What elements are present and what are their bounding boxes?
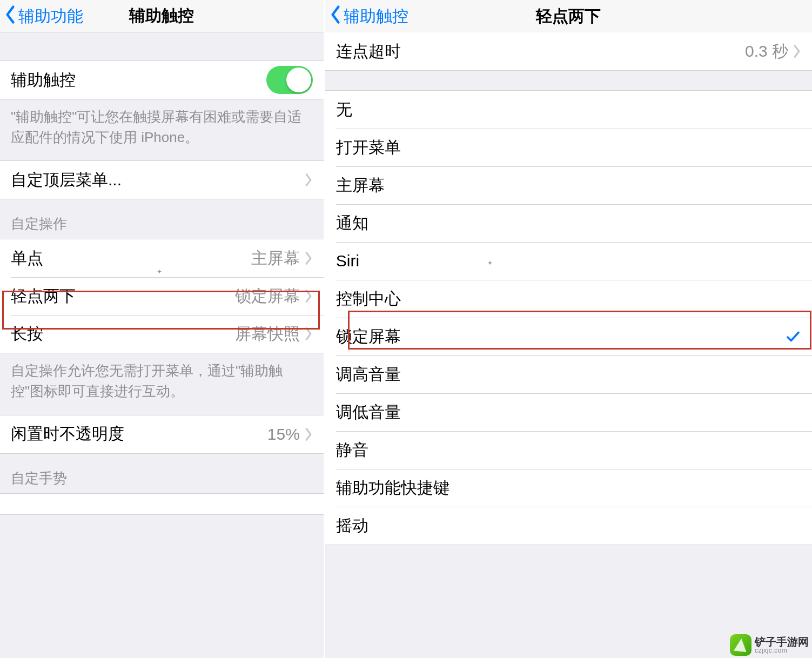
- artifact-dot: ✦: [157, 268, 163, 274]
- chevron-right-icon: [793, 44, 801, 58]
- custom-actions-group: 单点 主屏幕 轻点两下 锁定屏幕 长按 屏幕快照: [0, 239, 324, 353]
- double-tap-option-row[interactable]: 辅助功能快捷键: [325, 469, 812, 507]
- option-label: Siri: [336, 252, 359, 270]
- double-tap-option-row[interactable]: 摇动: [325, 507, 812, 545]
- assistive-touch-toggle-row[interactable]: 辅助触控: [0, 61, 324, 99]
- navbar-right: 辅助触控 轻点两下: [325, 0, 812, 32]
- chevron-left-icon: [330, 5, 341, 28]
- checkmark-icon: [785, 328, 801, 345]
- chevron-right-icon: [304, 327, 313, 341]
- toggle-group: 辅助触控: [0, 61, 324, 99]
- custom-gestures-header: 自定手势: [0, 454, 324, 493]
- customize-top-menu-row[interactable]: 自定顶层菜单...: [0, 161, 324, 199]
- chevron-right-icon: [304, 427, 313, 441]
- option-label: 打开菜单: [336, 137, 401, 159]
- action-double-tap-row[interactable]: 轻点两下 锁定屏幕: [0, 277, 324, 315]
- option-label: 控制中心: [336, 288, 401, 310]
- page-title: 辅助触控: [129, 5, 194, 27]
- option-label: 主屏幕: [336, 174, 385, 197]
- double-tap-option-row[interactable]: 锁定屏幕: [325, 318, 812, 355]
- action-label: 单点: [11, 247, 43, 270]
- option-label: 调高音量: [336, 364, 401, 386]
- double-tap-option-row[interactable]: 打开菜单: [325, 129, 812, 166]
- navbar-left: 辅助功能 辅助触控: [0, 0, 324, 32]
- idle-opacity-group: 闲置时不透明度 15%: [0, 415, 324, 454]
- double-tap-option-row[interactable]: 控制中心: [325, 280, 812, 318]
- action-label: 长按: [11, 323, 43, 345]
- timeout-label: 连点超时: [336, 41, 401, 63]
- settings-assistive-touch-pane: 辅助功能 辅助触控 辅助触控 "辅助触控"可让您在触摸屏幕有困难或需要自适应配件…: [0, 0, 324, 658]
- action-long-press-row[interactable]: 长按 屏幕快照: [0, 315, 324, 353]
- double-tap-option-row[interactable]: 调高音量: [325, 355, 812, 393]
- double-tap-option-row[interactable]: 无: [325, 91, 812, 129]
- double-tap-options-group: 无打开菜单主屏幕通知Siri控制中心锁定屏幕调高音量调低音量静音辅助功能快捷键摇…: [325, 90, 812, 545]
- option-label: 无: [336, 99, 352, 121]
- timeout-value: 0.3 秒: [745, 41, 788, 63]
- back-label: 辅助触控: [344, 5, 408, 28]
- toggle-switch[interactable]: [266, 66, 313, 94]
- idle-opacity-row[interactable]: 闲置时不透明度 15%: [0, 415, 324, 453]
- artifact-dot: ✦: [487, 259, 494, 266]
- timeout-group: 连点超时 0.3 秒: [325, 32, 812, 71]
- custom-actions-header: 自定操作: [0, 199, 324, 239]
- double-tap-timeout-row[interactable]: 连点超时 0.3 秒: [325, 32, 812, 70]
- option-label: 通知: [336, 212, 368, 234]
- double-tap-option-row[interactable]: 通知: [325, 204, 812, 242]
- customize-top-menu-label: 自定顶层菜单...: [11, 169, 122, 191]
- chevron-left-icon: [4, 5, 16, 28]
- back-button[interactable]: 辅助触控: [330, 0, 408, 32]
- chevron-right-icon: [304, 289, 313, 303]
- back-button[interactable]: 辅助功能: [4, 0, 83, 32]
- action-value: 锁定屏幕: [235, 285, 300, 307]
- watermark-icon: [730, 634, 751, 656]
- double-tap-option-row[interactable]: 主屏幕: [325, 166, 812, 204]
- option-label: 摇动: [336, 515, 368, 537]
- double-tap-option-row[interactable]: 调低音量: [325, 393, 812, 431]
- actions-footer-note: 自定操作允许您无需打开菜单，通过"辅助触控"图标即可直接进行互动。: [0, 353, 324, 414]
- chevron-right-icon: [304, 173, 313, 187]
- double-tap-option-row[interactable]: Siri: [325, 242, 812, 280]
- toggle-label: 辅助触控: [11, 69, 76, 91]
- double-tap-options-pane: 辅助触控 轻点两下 连点超时 0.3 秒 无打开菜单主屏幕通知Siri控制中心锁…: [325, 0, 812, 658]
- option-label: 静音: [336, 439, 368, 461]
- action-value: 屏幕快照: [235, 323, 300, 345]
- custom-gestures-group: [0, 493, 324, 515]
- watermark: 铲子手游网 czjxjc.com: [730, 634, 809, 656]
- action-label: 轻点两下: [11, 285, 76, 307]
- idle-opacity-value: 15%: [267, 425, 300, 444]
- watermark-name: 铲子手游网: [755, 636, 809, 647]
- option-label: 调低音量: [336, 401, 401, 424]
- option-label: 辅助功能快捷键: [336, 477, 449, 499]
- customize-menu-group: 自定顶层菜单...: [0, 160, 324, 199]
- action-value: 主屏幕: [251, 247, 300, 270]
- back-label: 辅助功能: [18, 5, 83, 28]
- option-label: 锁定屏幕: [336, 326, 401, 348]
- toggle-footer-note: "辅助触控"可让您在触摸屏幕有困难或需要自适应配件的情况下使用 iPhone。: [0, 99, 324, 160]
- page-title: 轻点两下: [536, 5, 601, 28]
- double-tap-option-row[interactable]: 静音: [325, 431, 812, 469]
- watermark-url: czjxjc.com: [755, 647, 809, 654]
- chevron-right-icon: [304, 251, 313, 265]
- idle-opacity-label: 闲置时不透明度: [11, 423, 124, 445]
